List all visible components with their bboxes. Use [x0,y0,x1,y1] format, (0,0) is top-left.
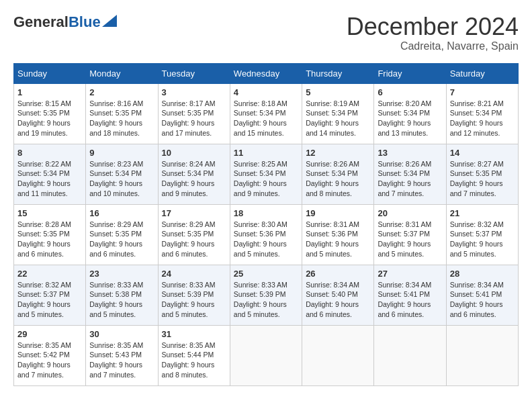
day-info: Sunrise: 8:30 AMSunset: 5:36 PMDaylight:… [234,220,287,258]
day-info: Sunrise: 8:32 AMSunset: 5:37 PMDaylight:… [450,220,504,258]
calendar-header: Sunday Monday Tuesday Wednesday Thursday… [14,63,519,83]
day-info: Sunrise: 8:33 AMSunset: 5:39 PMDaylight:… [234,281,287,318]
calendar-cell: 20 Sunrise: 8:31 AMSunset: 5:37 PMDaylig… [374,204,446,265]
day-info: Sunrise: 8:17 AMSunset: 5:35 PMDaylight:… [162,99,216,137]
calendar-cell: 12 Sunrise: 8:26 AMSunset: 5:34 PMDaylig… [302,144,374,204]
day-info: Sunrise: 8:35 AMSunset: 5:42 PMDaylight:… [17,341,71,379]
day-number: 7 [450,87,515,97]
calendar-cell: 23 Sunrise: 8:33 AMSunset: 5:38 PMDaylig… [86,265,158,325]
day-info: Sunrise: 8:31 AMSunset: 5:37 PMDaylight:… [378,220,431,258]
day-number: 13 [378,148,442,158]
calendar-cell: 6 Sunrise: 8:20 AMSunset: 5:34 PMDayligh… [374,83,446,144]
day-info: Sunrise: 8:27 AMSunset: 5:35 PMDaylight:… [450,160,504,197]
day-number: 9 [89,148,154,158]
calendar-cell: 27 Sunrise: 8:34 AMSunset: 5:41 PMDaylig… [374,265,446,325]
calendar-cell: 7 Sunrise: 8:21 AMSunset: 5:34 PMDayligh… [446,83,518,144]
day-number: 2 [89,87,154,97]
calendar-cell: 25 Sunrise: 8:33 AMSunset: 5:39 PMDaylig… [230,265,302,325]
header-monday: Monday [86,63,158,83]
weekday-header-row: Sunday Monday Tuesday Wednesday Thursday… [14,63,519,83]
calendar-cell: 11 Sunrise: 8:25 AMSunset: 5:34 PMDaylig… [230,144,302,204]
logo-arrow-icon [102,15,117,27]
day-number: 1 [17,87,82,97]
calendar-cell: 24 Sunrise: 8:33 AMSunset: 5:39 PMDaylig… [158,265,230,325]
calendar-cell: 2 Sunrise: 8:16 AMSunset: 5:35 PMDayligh… [86,83,158,144]
day-number: 20 [378,208,442,218]
calendar-cell: 31 Sunrise: 8:35 AMSunset: 5:44 PMDaylig… [158,325,230,385]
day-info: Sunrise: 8:35 AMSunset: 5:44 PMDaylight:… [162,341,216,379]
calendar-cell [302,325,374,385]
calendar-cell: 14 Sunrise: 8:27 AMSunset: 5:35 PMDaylig… [446,144,518,204]
title-area: December 2024 Cadreita, Navarre, Spain [347,13,519,52]
calendar-cell [446,325,518,385]
calendar-cell: 10 Sunrise: 8:24 AMSunset: 5:34 PMDaylig… [158,144,230,204]
day-number: 21 [450,208,515,218]
day-info: Sunrise: 8:34 AMSunset: 5:41 PMDaylight:… [378,281,431,318]
calendar-cell: 1 Sunrise: 8:15 AMSunset: 5:35 PMDayligh… [14,83,86,144]
svg-marker-0 [102,15,117,27]
header-thursday: Thursday [302,63,374,83]
day-number: 3 [162,87,226,97]
day-number: 16 [89,208,154,218]
day-info: Sunrise: 8:26 AMSunset: 5:34 PMDaylight:… [306,160,359,197]
calendar-cell: 5 Sunrise: 8:19 AMSunset: 5:34 PMDayligh… [302,83,374,144]
calendar-row: 29 Sunrise: 8:35 AMSunset: 5:42 PMDaylig… [14,325,519,385]
day-number: 19 [306,208,370,218]
day-info: Sunrise: 8:26 AMSunset: 5:34 PMDaylight:… [378,160,431,197]
day-info: Sunrise: 8:19 AMSunset: 5:34 PMDaylight:… [306,99,359,137]
logo-blue-text: Blue [69,13,101,31]
logo-general-text: General [13,13,69,31]
day-info: Sunrise: 8:34 AMSunset: 5:40 PMDaylight:… [306,281,359,318]
calendar-table: Sunday Monday Tuesday Wednesday Thursday… [13,63,519,386]
calendar-row: 1 Sunrise: 8:15 AMSunset: 5:35 PMDayligh… [14,83,519,144]
calendar-cell: 26 Sunrise: 8:34 AMSunset: 5:40 PMDaylig… [302,265,374,325]
day-number: 14 [450,148,515,158]
day-info: Sunrise: 8:24 AMSunset: 5:34 PMDaylight:… [162,160,216,197]
calendar-cell [230,325,302,385]
day-number: 30 [89,329,154,339]
day-info: Sunrise: 8:31 AMSunset: 5:36 PMDaylight:… [306,220,359,258]
calendar-cell: 13 Sunrise: 8:26 AMSunset: 5:34 PMDaylig… [374,144,446,204]
day-number: 25 [234,269,298,279]
day-number: 27 [378,269,442,279]
day-number: 28 [450,269,515,279]
day-number: 15 [17,208,82,218]
day-info: Sunrise: 8:18 AMSunset: 5:34 PMDaylight:… [234,99,287,137]
month-title: December 2024 [347,13,519,40]
header-friday: Friday [374,63,446,83]
header-saturday: Saturday [446,63,518,83]
day-number: 11 [234,148,298,158]
location: Cadreita, Navarre, Spain [347,40,519,52]
calendar-cell: 22 Sunrise: 8:32 AMSunset: 5:37 PMDaylig… [14,265,86,325]
calendar-cell: 18 Sunrise: 8:30 AMSunset: 5:36 PMDaylig… [230,204,302,265]
day-number: 22 [17,269,82,279]
day-info: Sunrise: 8:25 AMSunset: 5:34 PMDaylight:… [234,160,287,197]
day-info: Sunrise: 8:16 AMSunset: 5:35 PMDaylight:… [89,99,143,137]
calendar-cell: 4 Sunrise: 8:18 AMSunset: 5:34 PMDayligh… [230,83,302,144]
day-info: Sunrise: 8:33 AMSunset: 5:39 PMDaylight:… [162,281,216,318]
day-info: Sunrise: 8:22 AMSunset: 5:34 PMDaylight:… [17,160,71,197]
page-header: General Blue December 2024 Cadreita, Nav… [13,13,519,52]
day-number: 8 [17,148,82,158]
day-number: 23 [89,269,154,279]
day-info: Sunrise: 8:33 AMSunset: 5:38 PMDaylight:… [89,281,143,318]
day-number: 12 [306,148,370,158]
calendar-body: 1 Sunrise: 8:15 AMSunset: 5:35 PMDayligh… [14,83,519,385]
day-info: Sunrise: 8:15 AMSunset: 5:35 PMDaylight:… [17,99,71,137]
calendar-cell: 29 Sunrise: 8:35 AMSunset: 5:42 PMDaylig… [14,325,86,385]
day-info: Sunrise: 8:21 AMSunset: 5:34 PMDaylight:… [450,99,504,137]
calendar-cell: 16 Sunrise: 8:29 AMSunset: 5:35 PMDaylig… [86,204,158,265]
day-number: 31 [162,329,226,339]
day-info: Sunrise: 8:28 AMSunset: 5:35 PMDaylight:… [17,220,71,258]
calendar-row: 8 Sunrise: 8:22 AMSunset: 5:34 PMDayligh… [14,144,519,204]
calendar-cell: 8 Sunrise: 8:22 AMSunset: 5:34 PMDayligh… [14,144,86,204]
day-number: 17 [162,208,226,218]
calendar-cell: 21 Sunrise: 8:32 AMSunset: 5:37 PMDaylig… [446,204,518,265]
day-info: Sunrise: 8:23 AMSunset: 5:34 PMDaylight:… [89,160,143,197]
day-number: 5 [306,87,370,97]
day-number: 24 [162,269,226,279]
day-info: Sunrise: 8:35 AMSunset: 5:43 PMDaylight:… [89,341,143,379]
day-number: 4 [234,87,298,97]
day-info: Sunrise: 8:32 AMSunset: 5:37 PMDaylight:… [17,281,71,318]
day-number: 6 [378,87,442,97]
